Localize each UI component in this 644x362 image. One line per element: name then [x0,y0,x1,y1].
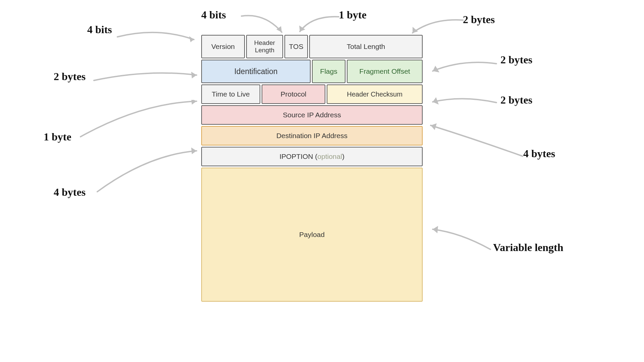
svg-marker-10 [433,226,438,233]
field-ttl: Time to Live [201,84,260,104]
arrow-ttl [77,100,205,140]
arrow-checksum [426,93,503,113]
ann-ttl-size: 1 byte [44,131,71,143]
field-fragment-offset: Fragment Offset [347,60,423,83]
ann-checksum-size: 2 bytes [500,94,532,106]
svg-marker-0 [189,36,194,42]
field-checksum: Header Checksum [327,84,423,104]
field-header-length: Header Length [246,35,283,58]
ann-payload-size: Variable length [493,241,564,254]
field-dst-ip: Destination IP Address [201,126,423,145]
ann-dst-ip-size: 4 bytes [54,186,86,198]
arrow-payload [427,223,500,256]
ann-header-length-size: 4 bits [201,9,226,21]
row-2: Identification Flags Fragment Offset [201,60,423,83]
arrow-identification [87,67,205,87]
field-tos: TOS [284,35,308,58]
arrow-version [111,23,205,50]
field-identification: Identification [201,60,311,83]
field-flags: Flags [312,60,345,83]
field-ipoption: IPOPTION (optional) [201,147,423,166]
diagram-stage: 4 bits 4 bits 1 byte 2 bytes 1 byte 4 by… [0,0,644,362]
field-payload: Payload [201,168,423,302]
row-1: Version Header Length TOS Total Length [201,35,423,58]
svg-marker-9 [191,147,197,154]
row-5: Destination IP Address [201,126,423,145]
ann-flags-frag-size: 2 bytes [500,54,532,66]
row-3: Time to Live Protocol Header Checksum [201,84,423,104]
ann-identification-size: 2 bytes [54,70,86,83]
field-total-length: Total Length [309,35,423,58]
field-src-ip: Source IP Address [201,105,423,125]
arrow-dst-ip [94,145,205,195]
field-version: Version [201,35,245,58]
row-4: Source IP Address [201,105,423,125]
svg-marker-4 [191,72,197,78]
arrow-src-ip [425,119,533,163]
field-protocol: Protocol [262,84,325,104]
ip-packet-diagram: Version Header Length TOS Total Length I… [201,35,423,303]
ann-version-size: 4 bits [87,23,112,36]
arrow-flags-frag [426,57,503,80]
row-6: IPOPTION (optional) [201,147,423,166]
row-7: Payload [201,168,423,302]
